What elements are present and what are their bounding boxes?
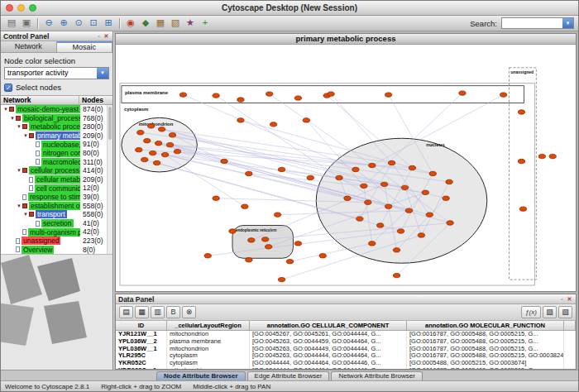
import-attributes-icon[interactable]: ▧ xyxy=(169,17,182,30)
network-node[interactable] xyxy=(242,204,248,208)
expand-collapse-icon[interactable]: ▼ xyxy=(2,107,9,112)
network-node[interactable] xyxy=(518,110,524,114)
zoom-fit-icon[interactable]: ⊡ xyxy=(87,17,100,30)
network-node[interactable] xyxy=(429,171,436,175)
network-node[interactable] xyxy=(237,118,244,122)
network-node[interactable] xyxy=(361,184,367,188)
select-attributes-icon[interactable]: ▤ xyxy=(119,306,133,318)
tree-scrollbar[interactable] xyxy=(107,105,112,254)
tree-row[interactable]: macromolecule311(0) xyxy=(1,158,112,167)
matrix-icon[interactable]: B xyxy=(166,306,180,318)
network-node[interactable] xyxy=(385,204,391,208)
tree-row[interactable]: ▼metabolic process280(0) xyxy=(1,122,112,131)
table-row[interactable]: YKR052Ccytoplasm[GO:0044444, GO:0044464,… xyxy=(116,360,576,367)
network-node[interactable] xyxy=(246,171,252,175)
column-header[interactable]: annotation.GO MOLECULAR_FUNCTION xyxy=(407,321,564,331)
tree-row[interactable]: Overview8(0) xyxy=(1,246,112,255)
network-node[interactable] xyxy=(174,149,180,153)
network-node[interactable] xyxy=(166,143,173,147)
network-node[interactable] xyxy=(319,254,326,258)
network-node[interactable] xyxy=(137,131,144,135)
network-node[interactable] xyxy=(393,248,400,252)
table-row[interactable]: YLR295Ccytoplasm[GO:0045263, GO:0044444,… xyxy=(116,352,576,360)
network-node[interactable] xyxy=(158,127,165,131)
expand-collapse-icon[interactable]: ▼ xyxy=(16,124,22,129)
network-node[interactable] xyxy=(385,93,391,97)
network-node[interactable] xyxy=(303,118,309,122)
network-node[interactable] xyxy=(393,273,400,277)
import-network-icon[interactable]: ▦ xyxy=(154,17,167,30)
network-node[interactable] xyxy=(443,196,449,200)
network-node[interactable] xyxy=(213,196,219,200)
tree-row[interactable]: cellular metabo209(0) xyxy=(1,175,112,184)
network-node[interactable] xyxy=(270,122,276,127)
network-node[interactable] xyxy=(237,98,244,102)
expand-collapse-icon[interactable]: ▼ xyxy=(16,203,22,208)
network-node[interactable] xyxy=(221,159,227,163)
tree-row[interactable]: nitrogen compo80(0) xyxy=(1,149,112,158)
network-node[interactable] xyxy=(397,229,404,233)
search-value[interactable] xyxy=(502,18,562,28)
network-node[interactable] xyxy=(248,238,255,242)
network-node[interactable] xyxy=(549,154,556,158)
tree-header-nodes[interactable]: Nodes xyxy=(79,96,112,104)
network-node[interactable] xyxy=(418,233,424,237)
print-icon[interactable]: ▣ xyxy=(20,17,33,30)
zoom-in-icon[interactable]: ⊕ xyxy=(57,17,70,30)
network-node[interactable] xyxy=(229,229,236,233)
tree-row[interactable]: ▼primary metabol209(0) xyxy=(1,131,112,141)
search-dropdown-icon[interactable]: ▼ xyxy=(562,18,573,28)
copy-attribute-icon[interactable]: ▥ xyxy=(151,306,165,318)
network-node[interactable] xyxy=(500,93,506,97)
network-node[interactable] xyxy=(518,159,524,163)
table-row[interactable]: YJR121W__1mitochondrion[GO:0045267, GO:0… xyxy=(116,331,576,338)
network-node[interactable] xyxy=(365,200,371,204)
tab-node-attribute-browser[interactable]: Node Attribute Browser xyxy=(156,371,246,380)
table-row[interactable]: YDR039C__1mitochondrion[GO:0044444, GO:0… xyxy=(116,367,576,369)
minimize-window-icon[interactable] xyxy=(17,4,25,12)
delete-attribute-icon[interactable]: ⊗ xyxy=(182,306,196,318)
close-data-panel-icon[interactable]: ✕ xyxy=(566,296,573,303)
network-node[interactable] xyxy=(426,213,433,217)
zoom-out-icon[interactable]: ⊖ xyxy=(42,17,55,30)
function-builder-icon[interactable]: ƒ(x) xyxy=(521,306,541,318)
network-node[interactable] xyxy=(266,245,272,249)
network-node[interactable] xyxy=(405,208,412,213)
network-node[interactable] xyxy=(380,182,387,186)
tree-row[interactable]: cell communica12(0) xyxy=(1,184,112,193)
open-network-icon[interactable]: ▤ xyxy=(5,17,18,30)
network-node[interactable] xyxy=(161,152,168,156)
network-node[interactable] xyxy=(294,96,301,100)
tree-row[interactable]: ▼establishment of lo558(0) xyxy=(1,202,112,211)
network-node[interactable] xyxy=(141,157,148,161)
network-node[interactable] xyxy=(286,260,293,264)
network-node[interactable] xyxy=(294,241,301,246)
first-neighbors-icon[interactable]: ◉ xyxy=(124,17,137,30)
network-node[interactable] xyxy=(388,160,395,165)
column-header[interactable]: _cellularLayoutRegion xyxy=(167,321,250,331)
network-node[interactable] xyxy=(519,207,526,211)
expand-collapse-icon[interactable]: ▼ xyxy=(22,212,29,217)
tree-row[interactable]: secretion41(0) xyxy=(1,219,112,228)
network-node[interactable] xyxy=(447,221,453,225)
select-nodes-checkbox[interactable]: ✓ xyxy=(4,84,12,92)
maximize-window-icon[interactable] xyxy=(29,4,36,12)
tab-network-attribute-browser[interactable]: Network Attribute Browser xyxy=(331,371,422,380)
network-node[interactable] xyxy=(356,217,363,221)
network-node[interactable] xyxy=(266,92,272,96)
network-node[interactable] xyxy=(352,167,359,171)
network-node[interactable] xyxy=(422,190,428,194)
network-node[interactable] xyxy=(401,185,408,189)
tree-row[interactable]: ▼transport558(0) xyxy=(1,210,112,219)
show-all-icon[interactable]: ⊞ xyxy=(102,17,115,30)
tree-row[interactable]: ▼biological_process768(0) xyxy=(1,114,112,123)
network-node[interactable] xyxy=(538,154,545,158)
dropdown-arrow-icon[interactable]: ▼ xyxy=(97,68,108,79)
network-node[interactable] xyxy=(144,139,151,143)
network-node[interactable] xyxy=(148,124,155,128)
network-node[interactable] xyxy=(213,93,219,98)
vizmapper-icon[interactable]: ★ xyxy=(184,17,197,30)
import-attributes-file-icon[interactable]: ▨ xyxy=(543,306,557,318)
network-node[interactable] xyxy=(328,92,334,96)
network-node[interactable] xyxy=(204,254,211,258)
